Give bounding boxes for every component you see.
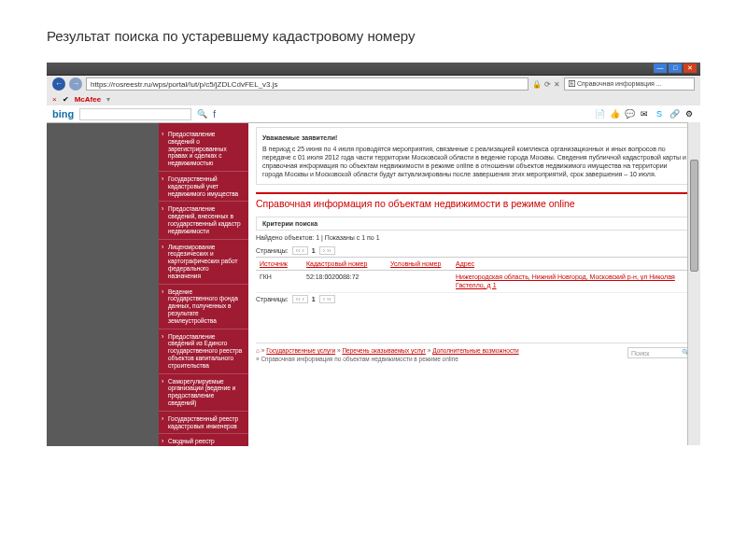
mcafee-label: McAfee <box>75 95 101 104</box>
sidebar-item[interactable]: Ведение государственного фонда данных, п… <box>159 285 248 329</box>
sidebar-item[interactable]: Предоставление сведений, внесенных в гос… <box>159 202 248 239</box>
notice-heading: Уважаемые заявители! <box>262 133 686 142</box>
sidebar-item[interactable]: Государственный реестр кадастровых инжен… <box>159 412 248 435</box>
refresh-icon[interactable]: ⟳ <box>544 80 551 89</box>
crumb-link[interactable]: Перечень оказываемых услуг <box>342 347 426 354</box>
scrollbar[interactable] <box>687 122 700 445</box>
home-icon[interactable]: ⌂ <box>256 347 260 354</box>
crumb-link[interactable]: Дополнительные возможности <box>432 347 519 354</box>
pager-next-button[interactable]: › ›› <box>319 246 335 255</box>
notice-body: В период с 25 июня по 4 июля проводятся … <box>262 145 686 178</box>
pager-label: Страницы: <box>256 296 289 302</box>
left-gutter <box>47 123 159 446</box>
col-address[interactable]: Адрес <box>452 260 693 267</box>
skype-icon[interactable]: S <box>654 108 665 119</box>
notice-box: Уважаемые заявители! В период с 25 июня … <box>256 127 693 185</box>
pager-current: 1 <box>312 247 316 254</box>
col-source[interactable]: Источник <box>256 260 303 267</box>
pager-label: Страницы: <box>256 247 289 254</box>
mcafee-toolbar: × ✔ McAfee ▾ <box>47 92 700 105</box>
table-row: ГКН 52:18:0020088:72 Нижегородская облас… <box>256 271 693 293</box>
toolbar-icon-group: 📄 👍 💬 ✉ S 🔗 ⚙ <box>594 108 695 119</box>
chat-icon[interactable]: 💬 <box>624 108 635 119</box>
favicon-icon: 🅁 <box>569 80 575 87</box>
pager-prev-button[interactable]: ‹‹ ‹ <box>292 295 308 303</box>
share-icon[interactable]: 🔗 <box>669 108 680 119</box>
content-frame: Предоставление сведений о зарегистрирова… <box>159 123 700 446</box>
sidebar-item[interactable]: Предоставление сведений о зарегистрирова… <box>159 127 248 172</box>
tab-bar: — □ ✕ <box>47 63 700 76</box>
results-table-header: Источник Кадастровый номер Условный номе… <box>256 257 693 271</box>
feed-icon[interactable]: 📄 <box>594 108 605 119</box>
mcafee-shield-icon: ✔ <box>63 95 69 104</box>
footer-search-input[interactable]: Поиск 🔍 <box>627 347 693 358</box>
browser-screenshot: — □ ✕ ← → https://rosreestr.ru/wps/porta… <box>47 63 700 445</box>
back-button[interactable]: ← <box>52 77 65 91</box>
sidebar-item[interactable]: Саморегулируемые организации (ведение и … <box>159 374 248 412</box>
gear-icon[interactable]: ⚙ <box>684 108 695 119</box>
browser-tab[interactable]: 🅁 Справочная информация ... <box>564 77 695 91</box>
cell-cadastral: 52:18:0020088:72 <box>303 273 387 289</box>
sidebar-item[interactable]: Государственный кадастровый учет недвижи… <box>159 172 248 202</box>
results-count: Найдено объектов: 1 | Показаны с 1 по 1 <box>256 231 693 245</box>
criteria-label[interactable]: Критерии поиска <box>256 217 693 231</box>
search-icon[interactable]: 🔍 <box>197 109 207 119</box>
footer-search-label: Поиск <box>628 350 649 357</box>
window-minimize-button[interactable]: — <box>654 63 667 73</box>
footer-area: ⌂ » Государственные услуги » Перечень ок… <box>256 343 693 363</box>
pager-prev-button[interactable]: ‹‹ ‹ <box>292 246 308 255</box>
pager-current: 1 <box>312 296 316 302</box>
sidebar-item[interactable]: Предоставление сведений из Единого госуд… <box>159 329 248 374</box>
page-title: Справочная информация по объектам недвиж… <box>256 192 693 213</box>
pager-next-button[interactable]: › ›› <box>319 295 335 303</box>
bing-logo: bing <box>52 108 74 119</box>
slide-caption: Результат поиска по устаревшему кадастро… <box>0 0 747 63</box>
facebook-icon[interactable]: f <box>213 109 216 119</box>
toolbar-dropdown-icon[interactable]: ▾ <box>106 95 110 104</box>
col-cadastral[interactable]: Кадастровый номер <box>303 260 387 267</box>
col-conditional[interactable]: Условный номер <box>387 260 452 267</box>
sidebar-item[interactable]: Лицензирование геодезических и картограф… <box>159 240 248 285</box>
sidebar-item[interactable]: Сводный реестр арбитражных управляющих <box>159 434 248 446</box>
stop-icon[interactable]: ✕ <box>554 80 560 89</box>
bing-search-input[interactable] <box>79 108 191 120</box>
address-bar: ← → https://rosreestr.ru/wps/portal/!ut/… <box>47 76 700 92</box>
lock-icon: 🔒 <box>532 80 542 89</box>
cell-conditional <box>387 273 452 289</box>
bing-toolbar: bing 🔍 f 📄 👍 💬 ✉ S 🔗 ⚙ <box>47 105 700 122</box>
forward-button[interactable]: → <box>69 77 82 91</box>
pager-bottom: Страницы: ‹‹ ‹ 1 › ›› <box>256 293 693 305</box>
window-close-button[interactable]: ✕ <box>684 63 697 73</box>
cell-source: ГКН <box>256 273 303 289</box>
toolbar-close-icon[interactable]: × <box>52 95 57 104</box>
scroll-thumb[interactable] <box>690 160 698 272</box>
like-icon[interactable]: 👍 <box>609 108 620 119</box>
mail-icon[interactable]: ✉ <box>639 108 650 119</box>
crumb-current: Справочная информация по объектам недвиж… <box>261 356 458 362</box>
main-column: Уважаемые заявители! В период с 25 июня … <box>248 123 700 446</box>
page-body: Предоставление сведений о зарегистрирова… <box>47 123 700 446</box>
window-maximize-button[interactable]: □ <box>669 63 682 73</box>
crumb-link[interactable]: Государственные услуги <box>266 347 335 354</box>
url-action-icons: 🔒 ⟳ ✕ <box>532 80 560 89</box>
url-input[interactable]: https://rosreestr.ru/wps/portal/!ut/p/c5… <box>86 77 529 91</box>
pager-top: Страницы: ‹‹ ‹ 1 › ›› <box>256 245 693 257</box>
cell-address-link[interactable]: Нижегородская область, Нижний Новгород, … <box>452 273 693 289</box>
services-sidebar: Предоставление сведений о зарегистрирова… <box>159 123 248 446</box>
browser-chrome: — □ ✕ ← → https://rosreestr.ru/wps/porta… <box>47 63 700 123</box>
breadcrumb: ⌂ » Государственные услуги » Перечень ок… <box>256 347 519 363</box>
